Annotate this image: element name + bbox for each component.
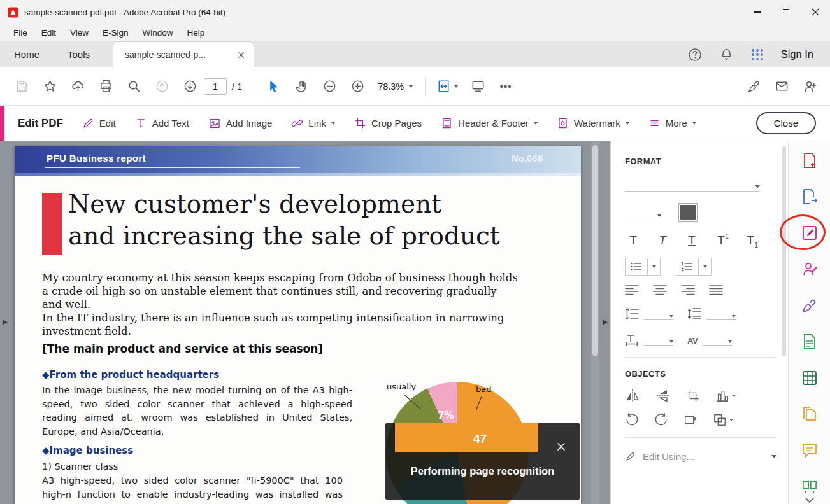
- close-window-button[interactable]: [801, 0, 830, 24]
- minimize-button[interactable]: [742, 0, 771, 24]
- export-pdf-tool[interactable]: [800, 187, 819, 206]
- menu-esign[interactable]: E-Sign: [96, 26, 136, 39]
- organize-pages-tool[interactable]: [800, 477, 819, 496]
- zoom-in-button[interactable]: [343, 73, 371, 100]
- edit-using-label: Edit Using...: [643, 451, 765, 462]
- link-dropdown[interactable]: Link: [291, 117, 335, 129]
- align-objects-dropdown[interactable]: [715, 389, 736, 403]
- underline-button[interactable]: T: [683, 232, 700, 249]
- font-family-select[interactable]: [625, 176, 760, 192]
- menu-window[interactable]: Window: [136, 26, 180, 39]
- watermark-dropdown[interactable]: Watermark: [557, 117, 629, 129]
- kerning-select[interactable]: [703, 332, 732, 346]
- star-favorite-button[interactable]: [36, 73, 64, 100]
- close-edit-button[interactable]: Close: [756, 112, 816, 134]
- crop-object-icon[interactable]: [686, 389, 700, 403]
- next-page-button[interactable]: [176, 73, 204, 100]
- maximize-button[interactable]: [771, 0, 801, 24]
- paragraph-spacing-select[interactable]: [706, 306, 736, 320]
- edit-button[interactable]: Edit: [82, 117, 116, 129]
- create-pdf-tool[interactable]: [800, 151, 819, 170]
- send-mail-button[interactable]: [768, 73, 796, 100]
- panel-collapse-handle-left[interactable]: ▶: [3, 318, 8, 325]
- close-tab-icon[interactable]: [238, 52, 245, 59]
- line-spacing-select[interactable]: [644, 306, 673, 320]
- align-justify-icon[interactable]: [709, 284, 723, 296]
- request-signatures-tool[interactable]: [800, 260, 819, 279]
- export-excel-tool[interactable]: [800, 368, 819, 388]
- bulleted-list-dropdown[interactable]: [648, 258, 661, 276]
- rotate-counterclockwise-icon[interactable]: [625, 413, 639, 427]
- align-right-icon[interactable]: [681, 284, 695, 296]
- panel-collapse-handle-right[interactable]: ▶: [603, 318, 608, 325]
- zoom-out-button[interactable]: [315, 73, 343, 100]
- font-color-swatch[interactable]: [678, 203, 698, 222]
- bulleted-list-button[interactable]: [625, 258, 648, 276]
- cloud-upload-button[interactable]: [64, 73, 92, 100]
- header-footer-dropdown[interactable]: Header & Footer: [441, 117, 538, 129]
- numbered-list-button[interactable]: [676, 258, 699, 276]
- tab-home[interactable]: Home: [0, 41, 54, 67]
- replace-image-icon[interactable]: [683, 413, 698, 427]
- subscript-button[interactable]: T1: [742, 232, 759, 249]
- select-tool-button[interactable]: [259, 73, 287, 100]
- save-button[interactable]: [8, 73, 36, 100]
- rotate-clockwise-icon[interactable]: [654, 413, 668, 427]
- bold-button[interactable]: T: [625, 232, 641, 249]
- tab-document[interactable]: sample-scanned-p...: [113, 41, 254, 67]
- envelope-icon: [775, 79, 789, 94]
- horizontal-scale-select[interactable]: [644, 332, 673, 346]
- align-left-icon[interactable]: [625, 284, 639, 296]
- find-button[interactable]: [120, 73, 148, 100]
- edit-pdf-tool[interactable]: [800, 223, 819, 242]
- sign-in-button[interactable]: Sign In: [781, 48, 813, 60]
- toast-message: Performing page recognition: [385, 465, 580, 477]
- numbered-list-dropdown[interactable]: [699, 258, 712, 276]
- superscript-button[interactable]: T1: [713, 232, 729, 249]
- align-center-icon[interactable]: [653, 284, 667, 296]
- hand-tool-button[interactable]: [287, 73, 315, 100]
- fill-sign-tool[interactable]: [800, 296, 819, 315]
- more-dropdown[interactable]: More: [648, 117, 696, 129]
- page-fit-dropdown[interactable]: [431, 73, 464, 100]
- app-grid-icon[interactable]: [750, 48, 764, 62]
- excel-icon: [801, 369, 819, 387]
- italic-button[interactable]: T: [654, 232, 671, 249]
- document-area[interactable]: PFU Business report No.068 New customer'…: [0, 141, 610, 504]
- pie-label-bad: bad: [476, 384, 491, 394]
- combine-files-tool[interactable]: [800, 405, 819, 424]
- share-person-button[interactable]: [796, 73, 824, 100]
- zoom-level-dropdown[interactable]: 78.3%: [371, 78, 420, 95]
- read-mode-button[interactable]: [464, 73, 492, 100]
- previous-page-button[interactable]: [148, 73, 176, 100]
- add-image-button[interactable]: Add Image: [208, 117, 273, 130]
- add-text-button[interactable]: Add Text: [135, 117, 189, 129]
- page-banner: PFU Business report No.068: [15, 146, 581, 173]
- more-tools-button[interactable]: •••: [492, 73, 520, 100]
- comment-icon: [801, 442, 819, 459]
- edit-using-dropdown[interactable]: Edit Using...: [625, 449, 776, 462]
- print-button[interactable]: [92, 73, 120, 100]
- notifications-bell-icon[interactable]: [719, 47, 734, 62]
- sign-pen-button[interactable]: [740, 73, 768, 100]
- menu-file[interactable]: File: [6, 26, 34, 39]
- document-scrollbar[interactable]: [591, 141, 599, 504]
- menu-help[interactable]: Help: [180, 26, 212, 39]
- panel-scrollbar[interactable]: [782, 146, 786, 356]
- help-icon[interactable]: [687, 47, 703, 62]
- page-number-input[interactable]: [204, 78, 227, 95]
- menu-view[interactable]: View: [63, 26, 96, 39]
- flip-vertical-icon[interactable]: [655, 389, 671, 403]
- arrange-objects-dropdown[interactable]: [713, 413, 733, 427]
- flip-horizontal-icon[interactable]: [625, 389, 640, 403]
- menu-edit[interactable]: Edit: [34, 26, 63, 39]
- comment-tool[interactable]: [800, 441, 819, 460]
- crop-pages-button[interactable]: Crop Pages: [354, 117, 422, 129]
- font-size-select[interactable]: [625, 205, 662, 220]
- chevron-down-icon[interactable]: [805, 498, 814, 503]
- tab-tools[interactable]: Tools: [54, 41, 104, 67]
- close-toast-icon[interactable]: [557, 442, 566, 451]
- create-form-icon: [801, 333, 819, 351]
- scrollbar-thumb[interactable]: [592, 145, 598, 356]
- create-form-tool[interactable]: [800, 332, 819, 351]
